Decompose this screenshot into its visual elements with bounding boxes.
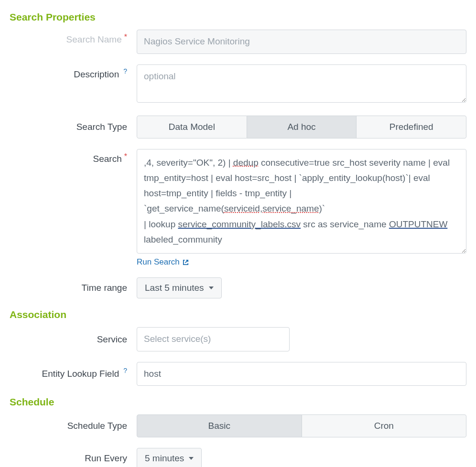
section-title-schedule: Schedule (10, 396, 466, 408)
label-schedule-type: Schedule Type (10, 421, 137, 431)
row-description: Description ? (10, 64, 466, 105)
required-asterisk: * (124, 33, 127, 42)
run-every-value: 5 minutes (145, 453, 184, 464)
section-title-search-properties: Search Properties (10, 11, 466, 23)
entity-lookup-input[interactable] (137, 362, 466, 386)
label-run-every: Run Every (10, 453, 137, 464)
search-textarea[interactable]: ,4, severity="OK", 2) | dedup consecutiv… (137, 149, 466, 254)
schedule-type-segmented: Basic Cron (137, 414, 466, 437)
row-search-type: Search Type Data Model Ad hoc Predefined (10, 116, 466, 138)
label-search-name: Search Name * (10, 30, 137, 45)
label-description: Description ? (10, 64, 137, 80)
value-cell-search-type: Data Model Ad hoc Predefined (137, 116, 466, 138)
label-search: Search * (10, 149, 137, 164)
label-text-schedule-type: Schedule Type (67, 421, 127, 431)
value-cell-search: ,4, severity="OK", 2) | dedup consecutiv… (137, 149, 466, 267)
label-search-type: Search Type (10, 122, 137, 132)
row-entity-lookup: Entity Lookup Field ? (10, 362, 466, 386)
time-range-dropdown[interactable]: Last 5 minutes (137, 277, 222, 298)
schedule-type-option-basic[interactable]: Basic (137, 414, 302, 437)
row-run-every: Run Every 5 minutes (10, 448, 466, 467)
label-text-time-range: Time range (82, 283, 127, 293)
section-title-association: Association (10, 309, 466, 320)
run-search-link[interactable]: Run Search (137, 257, 189, 267)
value-cell-schedule-type: Basic Cron (137, 414, 466, 437)
required-asterisk: * (124, 152, 127, 161)
label-text-run-every: Run Every (85, 453, 127, 464)
value-cell-search-name (137, 30, 466, 54)
help-icon[interactable]: ? (123, 67, 127, 75)
time-range-value: Last 5 minutes (145, 283, 204, 293)
search-name-input (137, 30, 466, 54)
search-type-segmented: Data Model Ad hoc Predefined (137, 116, 466, 138)
label-text-service: Service (97, 334, 127, 345)
row-search-name: Search Name * (10, 30, 466, 54)
value-cell-description (137, 64, 466, 105)
schedule-type-option-cron[interactable]: Cron (302, 414, 467, 437)
label-text-search-type: Search Type (76, 122, 127, 132)
search-type-option-predefined[interactable]: Predefined (357, 116, 466, 138)
value-cell-entity-lookup (137, 362, 466, 386)
row-service: Service (10, 327, 466, 351)
label-entity-lookup: Entity Lookup Field ? (10, 369, 137, 379)
value-cell-service (137, 327, 466, 351)
caret-down-icon (189, 457, 194, 460)
help-icon[interactable]: ? (123, 367, 127, 374)
label-service: Service (10, 334, 137, 345)
label-text-search-name: Search Name (66, 34, 122, 45)
row-search: Search * ,4, severity="OK", 2) | dedup c… (10, 149, 466, 267)
run-search-label: Run Search (137, 257, 180, 267)
value-cell-time-range: Last 5 minutes (137, 277, 466, 298)
label-time-range: Time range (10, 283, 137, 293)
external-link-icon (183, 259, 189, 265)
service-input[interactable] (137, 327, 290, 351)
search-type-option-ad-hoc[interactable]: Ad hoc (247, 116, 357, 138)
row-schedule-type: Schedule Type Basic Cron (10, 414, 466, 437)
run-every-dropdown[interactable]: 5 minutes (137, 448, 202, 467)
description-textarea[interactable] (137, 64, 466, 103)
value-cell-run-every: 5 minutes (137, 448, 466, 467)
label-text-search: Search (93, 154, 122, 164)
form-page: Search Properties Search Name * Descript… (0, 0, 476, 467)
caret-down-icon (209, 287, 214, 289)
label-text-entity-lookup: Entity Lookup Field (42, 369, 119, 379)
row-time-range: Time range Last 5 minutes (10, 277, 466, 298)
label-text-description: Description (74, 69, 119, 80)
search-type-option-data-model[interactable]: Data Model (137, 116, 247, 138)
